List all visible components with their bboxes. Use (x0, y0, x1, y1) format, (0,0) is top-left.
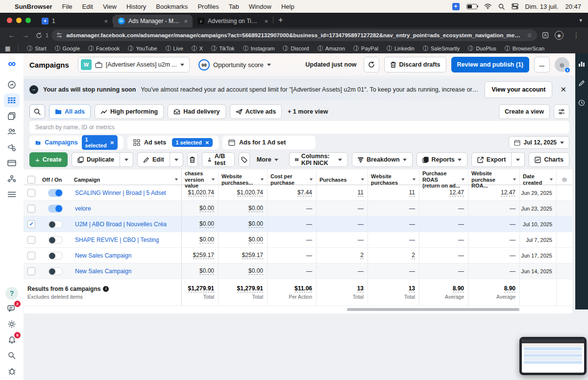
url-text[interactable]: adsmanager.facebook.com/adsmanager/manag… (66, 32, 523, 38)
account-overview-icon[interactable] (4, 78, 20, 92)
opportunity-score[interactable]: 98 Opportunity score (198, 59, 271, 71)
col-date-created[interactable]: Date created (519, 169, 556, 190)
discard-drafts-button[interactable]: Discard drafts (384, 57, 446, 72)
more-options-button[interactable]: ... (534, 57, 550, 72)
spotlight-search-icon[interactable] (498, 3, 505, 10)
col-purchases[interactable]: Purchases (316, 169, 368, 190)
view-settings-button[interactable] (554, 104, 569, 119)
campaign-link[interactable]: U2M | ABO Broad | Nouvelles Créa (75, 221, 167, 228)
horizontal-scrollbar[interactable] (347, 308, 519, 311)
row-checkbox[interactable] (24, 248, 39, 263)
campaigns-selected-badge[interactable]: 1 selected✕ (82, 135, 118, 150)
edit-button[interactable]: Edit (137, 152, 170, 167)
campaign-link[interactable]: New Sales Campaign (75, 268, 131, 275)
search-filter-button[interactable] (29, 104, 45, 119)
tab-campaigns[interactable]: Campaigns 1 selected✕ (29, 136, 123, 149)
col-website-purchase-roas[interactable]: Website purchase ROA... (468, 169, 519, 190)
bookmark-instagram[interactable]: Instagram (243, 46, 275, 51)
tab-1[interactable]: ✦ 1 × (37, 15, 113, 27)
bookmark-x[interactable]: X (192, 46, 203, 51)
tab-ads-manager[interactable]: ∞ Ads Manager - Manage ads - × (113, 15, 193, 27)
ads-reporting-icon[interactable] (4, 109, 20, 123)
notifications-bell-icon[interactable]: 8 (4, 333, 20, 347)
forward-button[interactable]: → (22, 31, 29, 39)
minimize-window-button[interactable] (16, 18, 22, 23)
menu-edit[interactable]: Edit (82, 3, 93, 10)
delete-button[interactable] (187, 152, 198, 167)
bookmark-salesmartly[interactable]: SaleSmartly (423, 46, 460, 51)
advertise-icon[interactable] (4, 141, 20, 154)
date-range-picker[interactable]: Jul 12, 2025 (509, 136, 569, 149)
view-account-button[interactable]: View your account (485, 81, 552, 98)
more-views-button[interactable]: + 1 more view (288, 108, 328, 115)
row-toggle[interactable] (39, 263, 71, 279)
menu-tab[interactable]: Tab (229, 3, 239, 10)
app-menu[interactable]: SunBrowser (15, 3, 52, 10)
sidebar-search-icon[interactable] (4, 349, 20, 362)
col-website-purchases-value[interactable]: Website purchases... (218, 169, 267, 190)
bookmark-amazon[interactable]: Amazon (318, 46, 345, 51)
col-purchase-roas[interactable]: Purchase ROAS (return on ad... (419, 169, 468, 190)
bookmark-linkedin[interactable]: Linkedin (387, 46, 415, 51)
user-avatar[interactable]: ☻f (555, 57, 569, 72)
bookmark-paypal[interactable]: PayPal (353, 46, 378, 51)
ad-account-selector[interactable]: W [Advertiser Assets] u2m ... (78, 57, 190, 72)
bookmark-discord[interactable]: Discord (283, 46, 309, 51)
campaign-link[interactable]: New Sales Campaign (75, 252, 131, 259)
table-search-input[interactable]: Search by name, ID or metrics (29, 121, 569, 134)
menu-file[interactable]: File (62, 3, 73, 10)
row-checkbox[interactable] (24, 201, 39, 216)
view-active-ads[interactable]: Active ads (230, 104, 282, 119)
campaign-link[interactable]: velore (75, 205, 91, 212)
export-button[interactable]: Export (471, 152, 512, 167)
all-tools-icon[interactable] (4, 188, 20, 201)
tab-ads[interactable]: Ads for 1 Ad set (222, 136, 316, 149)
meta-logo[interactable]: ∞ (8, 58, 16, 69)
view-high-performing[interactable]: High performing (95, 104, 164, 119)
audiences-icon[interactable] (4, 125, 20, 139)
reports-button[interactable]: Reports (416, 152, 467, 167)
messages-icon[interactable]: 2 (4, 302, 20, 315)
row-checkbox[interactable] (24, 263, 39, 279)
edit-pencil-icon[interactable] (578, 80, 585, 87)
view-all-ads[interactable]: All ads (49, 104, 91, 119)
bookmark-browserscan[interactable]: BrowserScan (505, 46, 544, 51)
ab-test-button[interactable]: A/B test (202, 152, 235, 167)
help-icon[interactable]: ? (5, 287, 18, 300)
edit-dropdown[interactable] (170, 152, 183, 167)
duplicate-dropdown[interactable] (120, 152, 133, 167)
status-app-icon[interactable]: ✦ (452, 3, 460, 10)
control-center-icon[interactable] (512, 3, 518, 9)
insights-chart-icon[interactable] (578, 60, 585, 67)
bookmark-live[interactable]: Live (166, 46, 183, 51)
menu-view[interactable]: View (103, 3, 117, 10)
settings-gear-icon[interactable] (4, 317, 20, 331)
tab2-close-icon[interactable]: × (184, 18, 188, 25)
reload-button[interactable] (36, 32, 42, 39)
select-all-checkbox-cell[interactable] (24, 169, 39, 190)
billing-icon[interactable] (4, 156, 20, 170)
clear-selection-icon[interactable]: ✕ (110, 140, 114, 145)
bookmark-google[interactable]: Google (55, 46, 80, 51)
campaigns-nav-icon[interactable] (4, 94, 20, 107)
row-toggle[interactable] (39, 248, 71, 263)
menu-help[interactable]: Help (281, 3, 294, 10)
duplicate-button[interactable]: Duplicate (72, 152, 120, 167)
bookmark-youtube[interactable]: YouTube (128, 46, 157, 51)
create-button[interactable]: +Create (29, 152, 68, 167)
apps-grid-icon[interactable]: ▦ (5, 45, 10, 52)
tab-adsets[interactable]: Ad sets 1 selected✕ (127, 136, 219, 149)
bookmark-duoplus[interactable]: DuoPlus (468, 46, 496, 51)
back-button[interactable]: ← (8, 31, 15, 39)
browser-profile-icon[interactable]: ☻ (555, 31, 564, 40)
columns-button[interactable]: Columns: KPI NICK (289, 152, 348, 167)
menubar-date[interactable]: Dim. 13 juil. (525, 3, 559, 10)
col-cost-per-purchase[interactable]: Cost per purchase (267, 169, 316, 190)
more-button[interactable]: More (254, 156, 281, 163)
adsets-selected-badge[interactable]: 1 selected✕ (172, 138, 213, 147)
tab-list-chevron-icon[interactable]: ▾ (579, 17, 588, 27)
business-settings-icon[interactable] (4, 172, 20, 186)
banner-close-icon[interactable]: ✕ (557, 85, 569, 94)
report-bug-icon[interactable] (4, 364, 20, 378)
extensions-icon[interactable] (542, 32, 549, 39)
